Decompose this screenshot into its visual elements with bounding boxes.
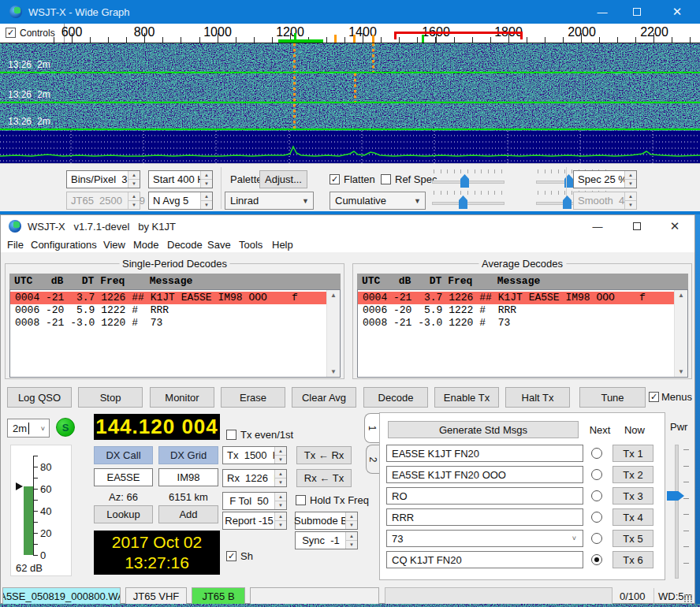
slider-handle[interactable]	[460, 174, 469, 188]
tx5-message-combo[interactable]: 73˅	[386, 530, 583, 547]
tx1-now-button[interactable]: Tx 1	[612, 445, 653, 462]
frequency-scale[interactable]: Controls 600 800 1000 1200 1400 1600 180…	[0, 24, 700, 43]
waterfall[interactable]: 13:26 2m 13:26 2m 13:26 2m	[0, 43, 700, 131]
spinner-arrows-icon[interactable]: ▲▼	[128, 171, 140, 188]
ref-spec-checkbox[interactable]	[381, 174, 391, 184]
menu-help[interactable]: Help	[272, 239, 293, 251]
add-button[interactable]: Add	[158, 505, 218, 523]
decode-list[interactable]: 0004 -21 3.7 1226 ## K1JT EA5SE IM98 OOO…	[9, 289, 341, 378]
flatten-checkbox[interactable]	[330, 174, 340, 184]
tx-from-rx-button[interactable]: Tx ← Rx	[296, 446, 352, 464]
stop-button[interactable]: Stop	[78, 387, 143, 408]
minimize-icon[interactable]: —	[580, 215, 615, 237]
dx-call-field[interactable]: EA5SE	[94, 468, 153, 486]
spinner-arrows-icon[interactable]: ▲▼	[274, 493, 286, 509]
menu-tools[interactable]: Tools	[239, 239, 262, 251]
submodes-spinner[interactable]: JT65 2500 JT9▲▼	[66, 192, 140, 210]
sync-spinner[interactable]: Sync -1▲▼	[295, 531, 358, 549]
decode-row[interactable]: 0004 -21 3.7 1226 ## K1JT EA5SE IM98 OOO…	[358, 292, 675, 304]
close-icon[interactable]: ✕	[657, 0, 697, 24]
rx-freq-spinner[interactable]: Rx 1226 Hz▲▼	[222, 469, 287, 487]
tab-1[interactable]: 1	[364, 413, 380, 443]
lookup-button[interactable]: Lookup	[94, 505, 153, 523]
menu-decode[interactable]: Decode	[167, 239, 203, 251]
spec-pct-spinner[interactable]: Spec 25 %▲▼	[573, 170, 637, 188]
gain-slider-1[interactable]	[432, 169, 505, 188]
tx-even-checkbox[interactable]	[226, 430, 236, 440]
generate-std-msgs-button[interactable]: Generate Std Msgs	[388, 421, 579, 438]
spinner-arrows-icon[interactable]: ▲▼	[345, 512, 357, 529]
decode-row[interactable]: 0008 -21 -3.0 1220 # 73	[358, 317, 675, 330]
n-avg-spinner[interactable]: N Avg 5▲▼	[148, 192, 213, 210]
menu-save[interactable]: Save	[207, 239, 231, 251]
smooth-spinner[interactable]: Smooth 4▲▼	[573, 192, 637, 210]
dx-grid-field[interactable]: IM98	[158, 468, 218, 486]
spectrum-plot[interactable]	[0, 131, 700, 163]
pwr-slider-handle[interactable]	[667, 491, 684, 501]
minimize-icon[interactable]: —	[585, 0, 620, 24]
wide-graph-titlebar[interactable]: WSJT-X - Wide Graph — ✕	[0, 0, 700, 24]
scrollbar[interactable]: ▲▼	[674, 290, 687, 377]
sh-checkbox[interactable]	[226, 551, 236, 561]
hold-tx-freq-checkbox[interactable]	[296, 495, 306, 505]
resize-grip[interactable]	[683, 594, 693, 602]
tx2-next-radio[interactable]	[591, 469, 602, 480]
clear-avg-button[interactable]: Clear Avg	[292, 387, 356, 408]
rx-from-tx-button[interactable]: Rx ← Tx	[296, 469, 352, 487]
log-qso-button[interactable]: Log QSO	[7, 387, 72, 408]
decode-row[interactable]: 0004 -21 3.7 1226 ## K1JT EA5SE IM98 OOO…	[10, 292, 327, 304]
menu-view[interactable]: View	[103, 239, 125, 251]
halt-tx-button[interactable]: Halt Tx	[505, 387, 570, 408]
menu-mode[interactable]: Mode	[133, 239, 159, 251]
enable-tx-button[interactable]: Enable Tx	[434, 387, 499, 408]
slider-handle[interactable]	[459, 196, 467, 209]
decode-button[interactable]: Decode	[363, 387, 428, 408]
tx6-message-field[interactable]: CQ K1JT FN20	[386, 551, 583, 568]
spinner-arrows-icon[interactable]: ▲▼	[624, 171, 636, 188]
spinner-arrows-icon[interactable]: ▲▼	[200, 192, 212, 209]
menus-checkbox[interactable]	[649, 392, 659, 402]
tx5-next-radio[interactable]	[591, 533, 602, 544]
tx6-next-radio[interactable]	[591, 554, 602, 565]
scroll-down-icon[interactable]: ▼	[330, 368, 337, 375]
scroll-up-icon[interactable]: ▲	[330, 292, 337, 299]
report-spinner[interactable]: Report -15▲▼	[222, 512, 287, 530]
maximize-icon[interactable]	[620, 215, 654, 237]
spinner-arrows-icon[interactable]: ▲▼	[128, 192, 140, 209]
gain-slider-2[interactable]	[432, 191, 505, 210]
tx2-now-button[interactable]: Tx 2	[612, 466, 653, 483]
scroll-down-icon[interactable]: ▼	[678, 368, 684, 375]
decode-row[interactable]: 0006 -20 5.9 1222 # RRR	[358, 304, 675, 317]
menu-configurations[interactable]: Configurations	[31, 239, 97, 251]
tx6-now-button[interactable]: Tx 6	[612, 551, 653, 568]
status-indicator[interactable]: S	[56, 418, 75, 437]
controls-checkbox[interactable]	[6, 28, 16, 38]
spinner-arrows-icon[interactable]: ▲▼	[274, 512, 286, 529]
tx-freq-spinner[interactable]: Tx 1500 Hz▲▼	[222, 446, 287, 464]
tx3-message-field[interactable]: RO	[386, 487, 583, 505]
submode-spinner[interactable]: Submode B▲▼	[295, 512, 358, 530]
ftol-spinner[interactable]: F Tol 50▲▼	[222, 492, 287, 510]
tx2-message-field[interactable]: EA5SE K1JT FN20 OOO	[386, 466, 583, 483]
scrollbar[interactable]: ▲▼	[326, 290, 340, 377]
decode-row[interactable]: 0008 -21 -3.0 1220 # 73	[10, 317, 327, 330]
decode-list[interactable]: 0004 -21 3.7 1226 ## K1JT EA5SE IM98 OOO…	[357, 289, 688, 378]
display-mode-select[interactable]: Cumulative▼	[330, 192, 426, 210]
tab-2[interactable]: 2	[366, 445, 380, 474]
tx4-message-field[interactable]: RRR	[386, 508, 583, 526]
tx5-now-button[interactable]: Tx 5	[612, 530, 653, 547]
decode-row[interactable]: 0006 -20 5.9 1222 # RRR	[10, 304, 327, 317]
tune-button[interactable]: Tune	[579, 387, 646, 408]
main-titlebar[interactable]: WSJT-X v1.7.1-devel by K1JT — ✕	[1, 215, 694, 237]
slider-handle[interactable]	[563, 196, 572, 209]
erase-button[interactable]: Erase	[221, 387, 285, 408]
maximize-icon[interactable]	[620, 0, 654, 24]
adjust-button[interactable]: Adjust...	[259, 170, 307, 188]
menu-file[interactable]: File	[7, 239, 24, 251]
tx3-next-radio[interactable]	[591, 490, 602, 501]
pwr-slider-track[interactable]	[675, 445, 679, 579]
tx4-next-radio[interactable]	[591, 512, 602, 523]
tx1-message-field[interactable]: EA5SE K1JT FN20	[386, 445, 583, 462]
monitor-button[interactable]: Monitor	[150, 387, 214, 408]
spinner-arrows-icon[interactable]: ▲▼	[624, 192, 636, 209]
